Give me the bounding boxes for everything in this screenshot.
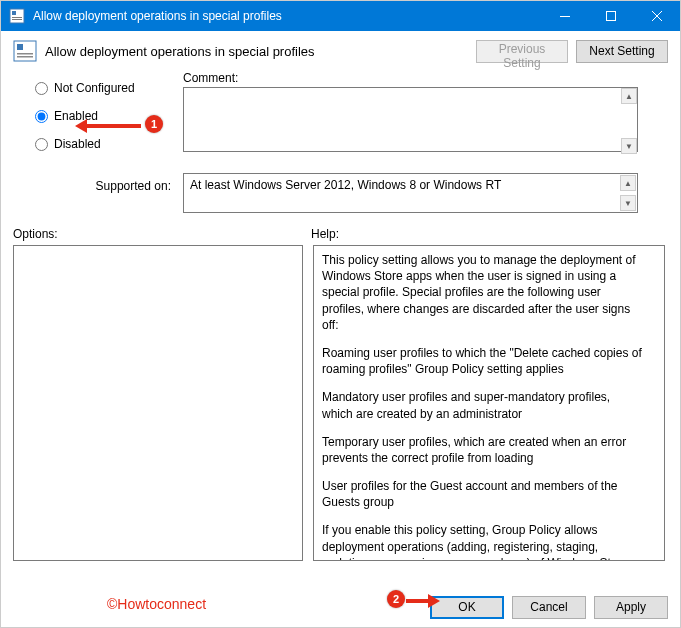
close-button[interactable]	[634, 1, 680, 31]
svg-rect-4	[560, 16, 570, 17]
previous-setting-button: Previous Setting	[476, 40, 568, 63]
help-paragraph: This policy setting allows you to manage…	[322, 252, 642, 333]
options-label: Options:	[13, 227, 311, 241]
radio-enabled[interactable]: Enabled	[13, 109, 183, 123]
watermark: ©Howtoconnect	[107, 596, 206, 612]
svg-rect-5	[607, 12, 616, 21]
scroll-up-icon[interactable]: ▲	[621, 88, 637, 104]
cancel-button[interactable]: Cancel	[512, 596, 586, 619]
radio-disabled-label: Disabled	[54, 137, 101, 151]
radio-disabled[interactable]: Disabled	[13, 137, 183, 151]
radio-not-configured[interactable]: Not Configured	[13, 81, 183, 95]
svg-rect-2	[12, 17, 22, 18]
help-paragraph: User profiles for the Guest account and …	[322, 478, 642, 510]
help-paragraph: Roaming user profiles to which the "Dele…	[322, 345, 642, 377]
policy-icon	[9, 8, 25, 24]
radio-disabled-input[interactable]	[35, 138, 48, 151]
scroll-down-icon[interactable]: ▼	[621, 138, 637, 154]
svg-rect-1	[12, 11, 16, 15]
comment-textarea[interactable]	[183, 87, 638, 152]
svg-line-6	[652, 11, 662, 21]
policy-header: Allow deployment operations in special p…	[1, 31, 680, 67]
scroll-up-icon[interactable]: ▲	[620, 175, 636, 191]
next-setting-button[interactable]: Next Setting	[576, 40, 668, 63]
scroll-down-icon[interactable]: ▼	[620, 195, 636, 211]
window-title: Allow deployment operations in special p…	[33, 9, 282, 23]
svg-rect-9	[17, 44, 23, 50]
radio-not-configured-label: Not Configured	[54, 81, 135, 95]
titlebar: Allow deployment operations in special p…	[1, 1, 680, 31]
help-paragraph: If you enable this policy setting, Group…	[322, 522, 642, 561]
supported-on-value: At least Windows Server 2012, Windows 8 …	[183, 173, 638, 213]
svg-rect-10	[17, 53, 33, 55]
help-label: Help:	[311, 227, 339, 241]
maximize-button[interactable]	[588, 1, 634, 31]
policy-name: Allow deployment operations in special p…	[45, 44, 315, 59]
radio-enabled-input[interactable]	[35, 110, 48, 123]
options-panel	[13, 245, 303, 561]
comment-label: Comment:	[183, 71, 668, 85]
help-paragraph: Temporary user profiles, which are creat…	[322, 434, 642, 466]
help-paragraph: Mandatory user profiles and super-mandat…	[322, 389, 642, 421]
apply-button[interactable]: Apply	[594, 596, 668, 619]
supported-on-text: At least Windows Server 2012, Windows 8 …	[190, 178, 501, 192]
dialog-footer: OK Cancel Apply	[1, 587, 680, 627]
svg-line-7	[652, 11, 662, 21]
radio-enabled-label: Enabled	[54, 109, 98, 123]
ok-button[interactable]: OK	[430, 596, 504, 619]
minimize-button[interactable]	[542, 1, 588, 31]
svg-rect-11	[17, 56, 33, 58]
policy-icon-large	[13, 39, 37, 63]
radio-not-configured-input[interactable]	[35, 82, 48, 95]
svg-rect-3	[12, 19, 22, 20]
help-panel[interactable]: This policy setting allows you to manage…	[313, 245, 665, 561]
supported-on-label: Supported on:	[13, 173, 183, 193]
